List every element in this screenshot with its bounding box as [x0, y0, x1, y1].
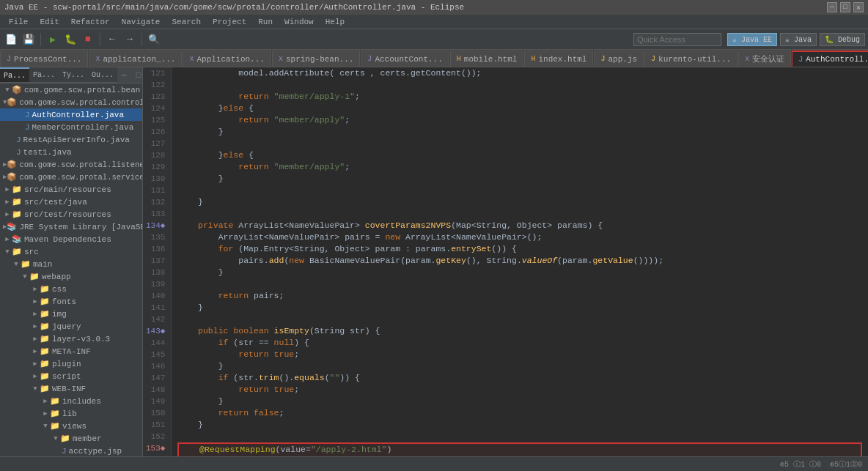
- tree-item-plugin[interactable]: ▶ 📁 plugin: [0, 357, 142, 370]
- tab-appjs[interactable]: J app.js: [594, 51, 644, 67]
- back-button[interactable]: ←: [104, 31, 120, 48]
- tab-accountcont[interactable]: J AccountCont...: [361, 51, 449, 67]
- tab-authcontroller[interactable]: J AuthControll... ✕: [792, 51, 868, 67]
- code-line-136: for (Map.Entry<String, Object> param : p…: [177, 243, 862, 255]
- tree-item-bean-pkg[interactable]: ▼ 📦 com.gome.scw.protal.bean: [0, 84, 142, 96]
- sidebar-tab-packages[interactable]: Pa...: [0, 67, 29, 83]
- menu-window[interactable]: Window: [279, 16, 320, 28]
- tree-item-webapp[interactable]: ▼ 📁 webapp: [0, 270, 142, 283]
- statusbar-location: ⊕5ⓘ1⓪0: [830, 459, 862, 470]
- tree-item-authcontroller[interactable]: J AuthController.java: [0, 108, 142, 121]
- linenum-129: 129: [146, 161, 165, 173]
- perspective-area: ☕ Java EE ☕ Java 🐛 Debug: [727, 33, 865, 46]
- sidebar-tab-outline[interactable]: Ou...: [88, 67, 117, 83]
- linenum-127: 127: [146, 138, 165, 149]
- tree-item-script[interactable]: ▶ 📁 script: [0, 370, 142, 382]
- linenum-136: 136: [146, 243, 165, 255]
- tree-item-restapi[interactable]: J RestApiServerInfo.java: [0, 133, 142, 146]
- maximize-button[interactable]: □: [840, 2, 850, 12]
- tree-item-layer[interactable]: ▶ 📁 layer-v3.0.3: [0, 333, 142, 345]
- menu-edit[interactable]: Edit: [34, 16, 65, 28]
- linenum-142: 142: [146, 314, 165, 325]
- new-button[interactable]: 📄: [3, 31, 19, 48]
- tree-item-src[interactable]: ▼ 📁 src: [0, 245, 142, 258]
- icon-includes: 📁: [50, 396, 60, 406]
- code-line-125: return "member/apply";: [177, 114, 862, 126]
- tab-processcont[interactable]: J ProcessCont...: [0, 51, 88, 67]
- sidebar-minimize[interactable]: ─: [117, 69, 130, 82]
- linenum-126: 126: [146, 126, 165, 138]
- tree-item-css[interactable]: ▶ 📁 css: [0, 283, 142, 295]
- menu-help[interactable]: Help: [320, 16, 350, 28]
- tab-icon-accountcont: J: [367, 55, 372, 63]
- tree-item-lib[interactable]: ▶ 📁 lib: [0, 407, 142, 420]
- tree-item-member-dir[interactable]: ▼ 📁 member: [0, 432, 142, 445]
- menu-run[interactable]: Run: [252, 16, 279, 28]
- linenum-153: 153◆: [146, 442, 165, 454]
- tree-item-membercontroller[interactable]: J MemberController.java: [0, 121, 142, 133]
- tree-item-fonts[interactable]: ▶ 📁 fonts: [0, 295, 142, 308]
- tree-item-test-resources[interactable]: ▶ 📁 src/test/resources: [0, 208, 142, 220]
- window-controls[interactable]: — □ ✕: [827, 2, 864, 12]
- sidebar-tab-packages2[interactable]: Pa...: [29, 67, 59, 83]
- tree-item-test1[interactable]: J test1.java: [0, 146, 142, 158]
- icon-restapi: J: [16, 136, 21, 144]
- tab-kurento[interactable]: J kurento-util...: [644, 51, 738, 67]
- code-line-148: return true;: [177, 384, 862, 396]
- perspective-java[interactable]: ☕ Java: [780, 33, 817, 46]
- label-webapp: webapp: [42, 272, 71, 281]
- menu-file[interactable]: File: [3, 16, 34, 28]
- perspective-javaee[interactable]: ☕ Java EE: [727, 33, 777, 46]
- tree-item-controller-pkg[interactable]: ▼ 📦 com.gome.scw.protal.controlle: [0, 96, 142, 108]
- menu-search[interactable]: Search: [166, 16, 207, 28]
- quick-access-input[interactable]: [633, 33, 721, 46]
- close-button[interactable]: ✕: [853, 2, 864, 12]
- minimize-button[interactable]: —: [827, 2, 837, 12]
- menu-project[interactable]: Project: [207, 16, 252, 28]
- tab-application-xml[interactable]: x application_...: [89, 51, 182, 67]
- tab-label-auth-cn: 安全认证: [752, 53, 784, 64]
- menu-navigate[interactable]: Navigate: [116, 16, 166, 28]
- tree-item-listener-pkg[interactable]: ▶ 📦 com.gome.scw.protal.listener: [0, 158, 142, 171]
- tree-item-acctype[interactable]: J acctype.jsp: [0, 445, 142, 456]
- tree-item-img[interactable]: ▶ 📁 img: [0, 308, 142, 320]
- sidebar-tab-types[interactable]: Ty...: [59, 67, 88, 83]
- toolbar: 📄 💾 ▶ 🐛 ■ ← → 🔍 ☕ Java EE ☕ Java 🐛 Debug: [0, 29, 868, 50]
- tree-item-maven[interactable]: ▶ 📚 Maven Dependencies: [0, 233, 142, 245]
- tab-springbean[interactable]: x spring-bean...: [272, 51, 360, 67]
- tab-application[interactable]: x Application...: [183, 51, 271, 67]
- save-button[interactable]: 💾: [21, 31, 37, 48]
- title-text: Java EE - scw-portal/src/main/java/com/g…: [4, 3, 464, 12]
- code-lines[interactable]: model.addAttribute( certs , certs.getCon…: [172, 67, 868, 456]
- icon-member-dir: 📁: [60, 434, 70, 443]
- icon-webinf: 📁: [40, 384, 50, 393]
- tab-index[interactable]: H index.html: [524, 51, 593, 67]
- tree-item-main-resources[interactable]: ▶ 📁 src/main/resources: [0, 183, 142, 196]
- tree-item-webinf[interactable]: ▼ 📁 WEB-INF: [0, 382, 142, 395]
- tab-label-index: index.html: [538, 55, 586, 64]
- search-button[interactable]: 🔍: [146, 31, 162, 48]
- code-editor[interactable]: 121 122 123 124 125 126 127 128 129 130 …: [143, 67, 868, 456]
- linenum-130: 130: [146, 173, 165, 185]
- linenum-139: 139: [146, 278, 165, 290]
- label-acctype: acctype.jsp: [69, 447, 122, 456]
- debug-button[interactable]: 🐛: [62, 31, 78, 48]
- tree-item-jre[interactable]: ▶ 📚 JRE System Library [JavaSE-1.7]: [0, 220, 142, 233]
- tree-item-main[interactable]: ▼ 📁 main: [0, 258, 142, 270]
- code-line-153: @RequestMapping(value="/apply-2.html"): [177, 442, 862, 454]
- tree-item-meta-inf[interactable]: ▶ 📁 META-INF: [0, 345, 142, 357]
- tab-mobile[interactable]: H mobile.html: [450, 51, 524, 67]
- tree-item-jquery[interactable]: ▶ 📁 jquery: [0, 320, 142, 333]
- menu-refactor[interactable]: Refactor: [65, 16, 116, 28]
- tree-item-test-java[interactable]: ▶ 📁 src/test/java: [0, 196, 142, 208]
- tab-auth-cn[interactable]: x 安全认证: [738, 51, 791, 67]
- tree-item-service-pkg[interactable]: ▶ 📦 com.gome.scw.protal.service: [0, 171, 142, 183]
- forward-button[interactable]: →: [122, 31, 138, 48]
- stop-button[interactable]: ■: [80, 31, 96, 48]
- code-line-152: [177, 431, 862, 442]
- run-button[interactable]: ▶: [45, 31, 61, 48]
- tree-item-includes[interactable]: ▶ 📁 includes: [0, 395, 142, 407]
- perspective-debug[interactable]: 🐛 Debug: [820, 33, 865, 46]
- statusbar-encoding: ⊕5 ⓘ1 ⓘ0: [780, 459, 821, 470]
- tree-item-views[interactable]: ▼ 📁 views: [0, 420, 142, 432]
